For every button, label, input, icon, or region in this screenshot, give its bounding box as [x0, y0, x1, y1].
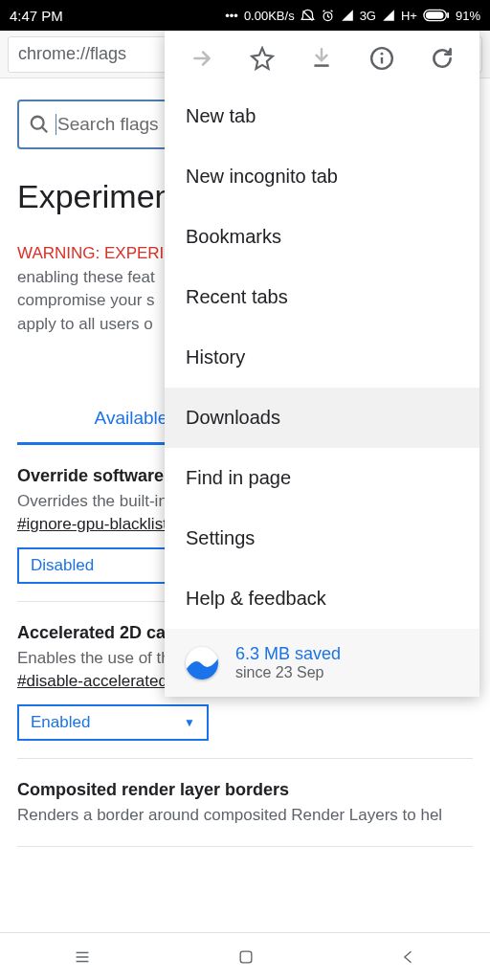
search-placeholder: Search flags	[57, 114, 159, 135]
reload-icon	[430, 46, 455, 71]
menu-item-new-incognito-tab[interactable]: New incognito tab	[165, 146, 479, 207]
status-right: ••• 0.00KB/s 3G H+ 91%	[225, 9, 480, 23]
flag-select-value: Disabled	[31, 556, 94, 575]
overflow-menu: New tabNew incognito tabBookmarksRecent …	[165, 31, 479, 697]
status-net1: 3G	[360, 9, 376, 23]
svg-rect-3	[426, 11, 444, 18]
flag-link[interactable]: #ignore-gpu-blacklist	[17, 515, 167, 534]
menu-item-find-in-page[interactable]: Find in page	[165, 448, 479, 508]
svg-line-6	[42, 127, 48, 133]
menu-item-settings[interactable]: Settings	[165, 508, 479, 568]
chevron-down-icon: ▼	[184, 716, 195, 729]
flag-select-value: Enabled	[31, 713, 90, 732]
download-button[interactable]	[308, 45, 335, 72]
bookmark-button[interactable]	[249, 45, 276, 72]
data-saver-row[interactable]: 6.3 MB saved since 23 Sep	[165, 629, 479, 697]
recent-apps-button[interactable]	[72, 947, 93, 968]
reload-button[interactable]	[429, 45, 456, 72]
forward-button[interactable]	[189, 45, 215, 72]
menu-item-history[interactable]: History	[165, 327, 479, 388]
info-button[interactable]	[368, 45, 395, 72]
svg-point-5	[32, 117, 44, 129]
svg-rect-4	[447, 12, 449, 18]
signal-icon-2	[382, 9, 395, 22]
signal-icon-1	[341, 9, 354, 22]
info-icon	[369, 46, 394, 71]
flag-select[interactable]: Enabled▼	[17, 704, 209, 741]
menu-icon-row	[165, 31, 479, 86]
menu-item-new-tab[interactable]: New tab	[165, 86, 479, 146]
battery-icon	[423, 9, 450, 22]
search-icon	[29, 114, 50, 135]
svg-rect-14	[240, 951, 252, 963]
flag-desc: Renders a border around composited Rende…	[17, 806, 473, 825]
forward-icon	[189, 46, 214, 71]
text-cursor	[56, 114, 56, 135]
flag-item: Composited render layer bordersRenders a…	[17, 759, 473, 847]
status-net2: H+	[401, 9, 417, 23]
star-icon	[250, 46, 275, 71]
menu-item-downloads[interactable]: Downloads	[165, 388, 479, 448]
android-nav-bar	[0, 932, 490, 980]
status-dots: •••	[225, 9, 238, 23]
status-time: 4:47 PM	[10, 8, 63, 24]
url-text: chrome://flags	[18, 44, 126, 64]
home-button[interactable]	[236, 947, 256, 967]
status-bar: 4:47 PM ••• 0.00KB/s 3G H+ 91%	[0, 0, 490, 31]
data-saver-line1: 6.3 MB saved	[235, 644, 341, 664]
status-speed: 0.00KB/s	[244, 9, 295, 23]
back-button[interactable]	[399, 947, 418, 967]
status-battery: 91%	[456, 9, 480, 23]
download-icon	[309, 46, 334, 71]
data-saver-icon	[186, 647, 218, 679]
flag-title: Composited render layer borders	[17, 780, 473, 800]
mute-icon	[301, 9, 315, 23]
menu-item-bookmarks[interactable]: Bookmarks	[165, 207, 479, 267]
alarm-icon	[321, 9, 335, 23]
data-saver-line2: since 23 Sep	[235, 664, 341, 681]
menu-item-help-feedback[interactable]: Help & feedback	[165, 568, 479, 629]
data-saver-text: 6.3 MB saved since 23 Sep	[235, 644, 341, 681]
menu-item-recent-tabs[interactable]: Recent tabs	[165, 267, 479, 327]
svg-point-10	[381, 53, 384, 56]
